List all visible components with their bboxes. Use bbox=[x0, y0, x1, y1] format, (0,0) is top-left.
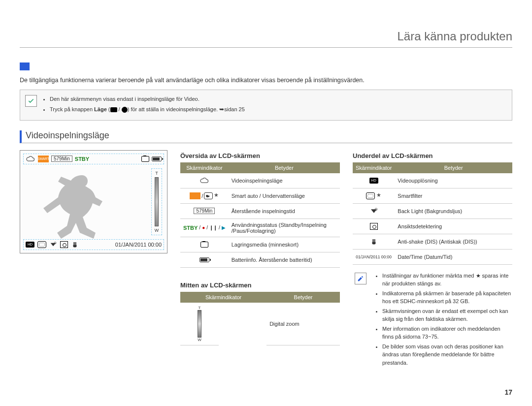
card-icon bbox=[141, 156, 149, 162]
bottom-indicator-table: Skärmindikator Betyder HDVideoupplösning… bbox=[353, 162, 512, 265]
th-indicator: Skärmindikator bbox=[353, 162, 395, 173]
note-item: Tryck på knappen Läge ( / ) för att stäl… bbox=[50, 105, 506, 114]
datetime-label: 01/JAN/2011 00:00 bbox=[356, 252, 392, 261]
note-item: Skärmvisningen ovan är endast ett exempe… bbox=[382, 307, 512, 323]
ind-desc: Date/Time (Datum/Tid) bbox=[395, 249, 512, 264]
zoom-wide-label: W bbox=[155, 228, 159, 233]
notes-bottom: Inställningar av funktioner märkta med ★… bbox=[353, 272, 512, 367]
lcd-top-bar: SMART 579Min STBY bbox=[23, 154, 164, 164]
datetime-readout: 01/JAN/2011 00:00 bbox=[115, 242, 162, 248]
note-item: De bilder som visas ovan och deras posit… bbox=[382, 343, 512, 367]
smartfilter-icon bbox=[37, 241, 46, 248]
video-mode-icon bbox=[20, 62, 30, 70]
ind-desc: Smartfilter bbox=[395, 188, 512, 203]
card-icon bbox=[200, 240, 208, 249]
battery-icon bbox=[200, 255, 209, 264]
mid-indicator-table: Skärmindikator Betyder T W Digital zoom bbox=[180, 292, 340, 346]
ind-desc: Videoinspelningsläge bbox=[229, 173, 340, 188]
ind-desc: Videoupplösning bbox=[395, 173, 512, 188]
backlight-icon bbox=[369, 207, 378, 216]
cloud-icon bbox=[200, 176, 209, 185]
cloud-icon bbox=[26, 156, 35, 162]
time-box-icon: 579Min bbox=[194, 207, 215, 216]
th-meaning: Betyder bbox=[266, 292, 340, 303]
th-meaning: Betyder bbox=[395, 162, 512, 173]
subject-silhouette bbox=[35, 171, 119, 240]
video-mode-small-icon bbox=[110, 107, 117, 112]
zoom-tele-label: T bbox=[155, 171, 158, 176]
ind-desc: Digital zoom bbox=[266, 303, 340, 345]
th-indicator: Skärmindikator bbox=[180, 292, 266, 303]
top-indicator-table: Skärmindikator Betyder Videoinspelningsl… bbox=[180, 162, 340, 268]
ind-desc: Lagringsmedia (minneskort) bbox=[229, 237, 340, 252]
th-indicator: Skärmindikator bbox=[180, 162, 229, 173]
ind-desc: Back Light (Bakgrundsljus) bbox=[395, 203, 512, 219]
lcd-bottom-bar: HD 01/JAN/2011 00:00 bbox=[23, 239, 164, 250]
note-item: Den här skärmmenyn visas endast i inspel… bbox=[50, 95, 506, 104]
time-remaining: 579Min bbox=[51, 156, 72, 162]
antishake-icon bbox=[71, 241, 79, 248]
smart-underwater-icon: /★ bbox=[183, 191, 226, 200]
hd-icon: HD bbox=[26, 242, 34, 248]
section-title: Videoinspelningsläge bbox=[20, 130, 512, 143]
antishake-icon bbox=[369, 237, 378, 246]
pencil-icon bbox=[355, 273, 366, 284]
lcd-preview: SMART 579Min STBY T W HD bbox=[20, 150, 167, 253]
face-detect-icon bbox=[370, 222, 378, 231]
note-item: Mer information om indikatorer och medde… bbox=[382, 325, 512, 341]
note-box-top: Den här skärmmenyn visas endast i inspel… bbox=[20, 90, 512, 121]
ind-desc: Batteriinfo. Återstående batteritid) bbox=[229, 252, 340, 267]
zoom-bar: T W bbox=[151, 168, 162, 235]
smart-chip-icon: SMART bbox=[38, 156, 49, 162]
ind-desc: Anti-shake (DIS) (Antiskak (DIS)) bbox=[395, 234, 512, 249]
ind-desc: Användningsstatus (Standby/Inspelning /P… bbox=[229, 219, 340, 237]
ind-desc: Återstående inspelningstid bbox=[229, 203, 340, 219]
smartfilter-icon: ★ bbox=[366, 191, 381, 200]
bottom-table-title: Underdel av LCD-skärmen bbox=[353, 152, 512, 159]
zoom-icon bbox=[198, 310, 201, 338]
photo-mode-small-icon bbox=[122, 107, 128, 113]
ind-desc: Ansiktsdetektering bbox=[395, 219, 512, 234]
backlight-icon bbox=[49, 241, 57, 248]
top-table-title: Översida av LCD-skärmen bbox=[180, 152, 340, 159]
hd-icon: HD bbox=[369, 176, 378, 185]
checkmark-icon bbox=[25, 95, 37, 107]
page-number: 17 bbox=[504, 388, 512, 396]
note-item: Inställningar av funktioner märkta med ★… bbox=[382, 272, 512, 288]
note-item: Indikatorerna på skärmen är baserade på … bbox=[382, 289, 512, 306]
battery-icon bbox=[152, 156, 162, 161]
mid-table-title: Mitten av LCD-skärmen bbox=[180, 281, 340, 289]
ind-desc: Smart auto / Undervattensläge bbox=[229, 188, 340, 203]
intro-text: De tillgängliga funktionerna varierar be… bbox=[20, 77, 512, 84]
face-detect-icon bbox=[60, 241, 68, 248]
page-header: Lära känna produkten bbox=[20, 30, 512, 48]
status-icons: STBY/●/❙❙/▶ bbox=[183, 223, 226, 232]
th-meaning: Betyder bbox=[229, 162, 340, 173]
stby-label: STBY bbox=[75, 156, 89, 162]
